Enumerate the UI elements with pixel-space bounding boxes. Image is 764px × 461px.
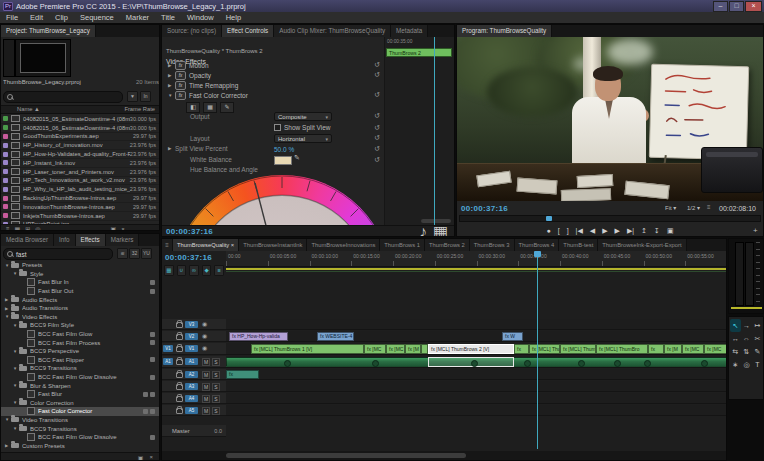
project-item[interactable]: HP_Instant_Ink.mov23.976 fps	[1, 159, 159, 168]
clip-V1[interactable]	[421, 344, 428, 354]
solo-button[interactable]: S	[212, 371, 220, 379]
clip-V1[interactable]: fx [MC	[682, 344, 704, 354]
pen-tool[interactable]: ✎	[752, 345, 763, 358]
tree-folder-bcc9-film-style[interactable]: ▼BCC9 Film Style	[1, 321, 159, 330]
track-lane-A5[interactable]	[226, 405, 727, 416]
clip-V1[interactable]: fx [MCL] ThumBro	[596, 344, 648, 354]
clip-V2[interactable]: fx W	[502, 332, 523, 341]
clip-fx-badge-icon[interactable]	[372, 360, 379, 367]
go-to-in-button[interactable]: |◀	[576, 227, 583, 235]
clip-V1[interactable]: fx [MCL] ThumBrows 2 [V]	[428, 344, 514, 354]
mark-out-button[interactable]: ]	[567, 227, 569, 234]
icon-view-icon[interactable]: ▦	[15, 225, 21, 231]
track-lane-V2[interactable]	[226, 331, 727, 342]
solo-button[interactable]: S	[212, 383, 220, 391]
tab-media-browser[interactable]: Media Browser	[1, 234, 54, 246]
track-lane-V3[interactable]	[226, 319, 727, 330]
project-item[interactable]: HP_History_of_innovation.mov23.976 fps	[1, 141, 159, 150]
tree-effect-bcc-fast-film-glow-dissolve[interactable]: BCC Fast Film Glow Dissolve	[1, 433, 159, 442]
tree-folder-presets[interactable]: ▼Presets	[1, 261, 159, 270]
slide-tool[interactable]: ⇅	[741, 345, 752, 358]
zoom-tool[interactable]: ◎	[741, 358, 752, 371]
track-header-V2[interactable]: V2◉	[162, 331, 226, 342]
split-view-percent-row[interactable]: ▶ Split View Percent	[168, 145, 228, 152]
tree-effect-fast-blur[interactable]: Fast Blur	[1, 390, 159, 399]
twirl-icon[interactable]: ▼	[168, 93, 175, 98]
show-split-view-checkbox[interactable]: Show Split View	[274, 124, 331, 131]
hand-tool[interactable]: ∗	[730, 358, 741, 371]
lock-icon[interactable]	[176, 396, 183, 402]
mute-button[interactable]: M	[202, 371, 210, 379]
track-badge-V3[interactable]: V3	[185, 321, 198, 328]
tab-sequence-thumbrows-4[interactable]: ThumBrows 4	[515, 239, 560, 251]
clip-V1[interactable]: fx [MCL] Thumb	[560, 344, 596, 354]
clip-A2[interactable]: fx	[226, 370, 259, 379]
step-back-button[interactable]: ◀	[590, 227, 595, 235]
grid-icon[interactable]: ▦	[203, 102, 217, 113]
film-icon[interactable]: ▦	[433, 222, 448, 237]
hscroll-thumb[interactable]	[226, 453, 466, 458]
clip-V1[interactable]: fx [MCL] Thu	[529, 344, 560, 354]
tab-effects[interactable]: Effects	[76, 234, 106, 246]
button-editor-plus[interactable]: +	[753, 226, 758, 235]
clip-V1[interactable]: fx [MC	[386, 344, 405, 354]
track-badge-A5[interactable]: A5	[185, 407, 198, 414]
work-area-bar[interactable]	[226, 268, 727, 270]
ec-timecode[interactable]: 00:00:37:16	[166, 227, 213, 236]
settings-wrench-icon[interactable]: ≡	[707, 204, 711, 210]
track-header-A4[interactable]: A4MS	[162, 393, 226, 404]
project-item[interactable]: HP_Laser_toner_and_Printers.mov23.976 fp…	[1, 168, 159, 177]
track-select-tool[interactable]: →	[741, 319, 752, 332]
tab-sequence-thumbrows-1[interactable]: ThumBrows 1	[380, 239, 425, 251]
clip-fx-badge-icon[interactable]	[284, 360, 291, 367]
tab-program[interactable]: Program: ThumBrowseQuality	[457, 25, 552, 37]
project-item[interactable]: HP_Why_is_HP_lab_audit_testing_mice_for_…	[1, 185, 159, 194]
toggle-track-output-icon[interactable]: ◉	[202, 332, 207, 339]
go-to-out-button[interactable]: ▶|	[627, 227, 634, 235]
ec-row-motion[interactable]: ▶ fx Motion	[168, 61, 209, 70]
clip-V1[interactable]: fx	[514, 344, 529, 354]
solo-button[interactable]: S	[212, 358, 220, 366]
project-item[interactable]: HP_Tech_Innovations_at_work_v2.mov23.976…	[1, 177, 159, 186]
track-badge-A2[interactable]: A2	[185, 371, 198, 378]
track-badge-V2[interactable]: V2	[185, 333, 198, 340]
track-lane-A2[interactable]	[226, 369, 727, 380]
tree-folder-blur-sharpen[interactable]: ▼Blur & Sharpen	[1, 381, 159, 390]
project-item[interactable]: 04082015_06_EstimateDowntime-4 (08mg).mp…	[1, 124, 159, 133]
reset-parameter-icon[interactable]: ↺	[374, 61, 380, 68]
export-frame-button[interactable]: ▣	[667, 227, 674, 235]
ec-row-fast-color-corrector[interactable]: ▼ fx Fast Color Corrector	[168, 91, 248, 100]
tab-sequence-thumbrows-3[interactable]: ThumBrows 3	[470, 239, 515, 251]
track-badge-A4[interactable]: A4	[185, 395, 198, 402]
reset-parameter-icon[interactable]: ↺	[374, 112, 380, 119]
project-item[interactable]: InnovationThumbBrowse-Intros.aep29.97 fp…	[1, 203, 159, 212]
split-view-percent-value[interactable]: 50.0 %	[274, 146, 294, 153]
audio-icon[interactable]: ♪	[419, 223, 427, 238]
column-name[interactable]: Name ▲	[17, 106, 124, 113]
automate-to-sequence-icon[interactable]: ⊞	[25, 225, 30, 231]
tree-folder-custom-presets[interactable]: ▶Custom Presets	[1, 441, 159, 450]
menu-help[interactable]: Help	[220, 12, 247, 23]
tree-effect-fast-color-corrector[interactable]: Fast Color Corrector	[1, 407, 159, 416]
tree-folder-bcc9-perspective[interactable]: ▼BCC9 Perspective	[1, 347, 159, 356]
step-forward-button[interactable]: ▶	[615, 227, 620, 235]
list-view-icon[interactable]: ≡	[6, 226, 10, 232]
tab-metadata[interactable]: Metadata	[391, 25, 428, 37]
tab-sequence-thumbrowsequality[interactable]: ThumBrowseQuality ×	[173, 239, 239, 251]
tree-effect-bcc-fast-film-glow[interactable]: BCC Fast Film Glow	[1, 330, 159, 339]
tree-folder-style[interactable]: ▼Style	[1, 270, 159, 279]
clip-V1[interactable]: fx [MC	[704, 344, 727, 354]
menu-marker[interactable]: Marker	[120, 12, 155, 23]
twirl-icon[interactable]: ▶	[168, 73, 175, 78]
eyedropper-icon[interactable]: ✎	[294, 154, 300, 162]
lock-icon[interactable]	[176, 408, 183, 414]
rate-stretch-tool[interactable]: ⇔	[741, 332, 752, 345]
effects-search-input[interactable]: fast	[3, 248, 113, 260]
tab-effect-controls[interactable]: Effect Controls	[222, 25, 274, 37]
lock-icon[interactable]	[176, 384, 183, 390]
maximize-button[interactable]: □	[729, 1, 744, 12]
clip-fx-badge-icon[interactable]	[524, 360, 531, 367]
tree-folder-audio-effects[interactable]: ▶Audio Effects	[1, 295, 159, 304]
timeline-ruler[interactable]: 00:0000:00:05:0000:00:10:0000:00:15:0000…	[226, 251, 727, 267]
delete-icon[interactable]: ×	[149, 454, 153, 460]
